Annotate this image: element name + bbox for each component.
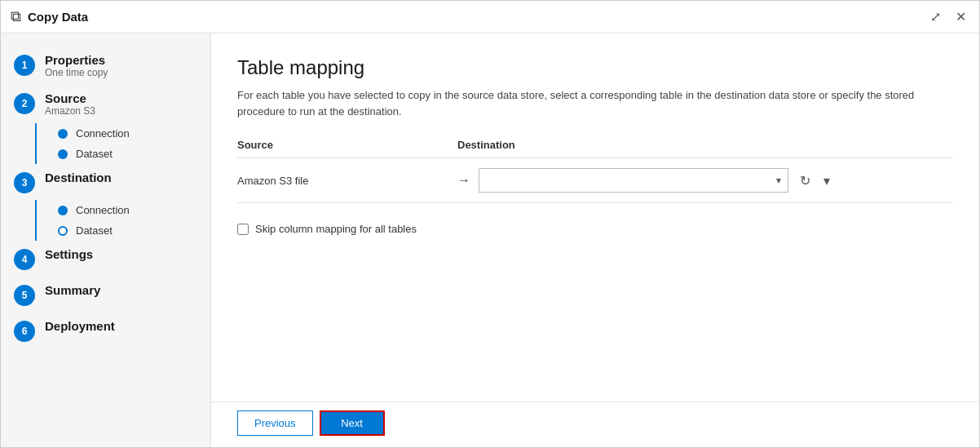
sidebar-item-properties[interactable]: 1 Properties One time copy [1, 47, 210, 85]
source-connector [35, 123, 37, 164]
skip-column-mapping-checkbox[interactable] [237, 224, 249, 235]
step-circle-6: 6 [14, 321, 35, 342]
next-button[interactable]: Next [320, 410, 385, 436]
source-connection-item[interactable]: Connection [45, 123, 210, 144]
step-2-info: Source Amazon S3 [45, 91, 95, 117]
step-5-info: Summary [45, 283, 100, 297]
destination-connection-circle [58, 206, 68, 215]
destination-connection-item[interactable]: Connection [45, 200, 210, 220]
destination-dataset-item[interactable]: Dataset [45, 220, 210, 241]
sidebar-item-settings[interactable]: 4 Settings [1, 241, 210, 277]
title-bar: ⧉ Copy Data ⤢ ✕ [1, 1, 979, 33]
close-button[interactable]: ✕ [952, 7, 969, 26]
step-2-name: Source [45, 91, 95, 105]
refresh-button[interactable]: ↻ [795, 171, 815, 190]
step-3-name: Destination [45, 171, 112, 184]
step-6-name: Deployment [45, 319, 115, 333]
main-window: ⧉ Copy Data ⤢ ✕ 1 Properties One time co… [0, 0, 980, 448]
sidebar-item-summary[interactable]: 5 Summary [1, 277, 210, 313]
sidebar-item-deployment[interactable]: 6 Deployment [1, 313, 210, 348]
step-2-sub: Amazon S3 [45, 105, 95, 117]
step-4-info: Settings [45, 247, 93, 261]
source-dataset-circle [58, 149, 68, 159]
step-1-name: Properties [45, 53, 108, 67]
destination-connector [35, 200, 37, 241]
mapping-row: Amazon S3 file → ▾ ↻ ▾ [237, 158, 953, 203]
destination-connection-label: Connection [76, 204, 130, 216]
source-file-label: Amazon S3 file [237, 175, 457, 187]
copy-data-icon: ⧉ [11, 8, 21, 25]
step-4-name: Settings [45, 247, 93, 261]
step-6-info: Deployment [45, 319, 115, 333]
step-circle-3: 3 [14, 172, 35, 193]
step-circle-1: 1 [14, 55, 35, 76]
mapping-header: Source Destination [237, 139, 953, 158]
page-title: Table mapping [237, 56, 953, 79]
destination-dataset-circle [58, 226, 68, 236]
source-connection-circle [58, 129, 68, 139]
step-circle-5: 5 [14, 285, 35, 306]
window-title: Copy Data [28, 10, 927, 24]
sidebar-item-destination[interactable]: 3 Destination [1, 164, 210, 200]
destination-sub-items: Connection Dataset [1, 200, 210, 241]
step-3-info: Destination [45, 171, 112, 184]
expand-button[interactable]: ⤢ [927, 7, 944, 26]
dropdown-arrow-icon: ▾ [776, 175, 781, 186]
step-1-info: Properties One time copy [45, 53, 108, 78]
source-dataset-label: Dataset [76, 148, 113, 160]
source-dataset-item[interactable]: Dataset [45, 144, 210, 164]
step-1-sub: One time copy [45, 67, 108, 78]
main-layout: 1 Properties One time copy 2 Source Amaz… [1, 33, 979, 447]
content-inner: Table mapping For each table you have se… [211, 33, 979, 401]
step-circle-4: 4 [14, 249, 35, 270]
source-connection-label: Connection [76, 127, 130, 140]
sidebar-item-source[interactable]: 2 Source Amazon S3 [1, 85, 210, 123]
skip-mapping-area: Skip column mapping for all tables [237, 223, 953, 235]
step-5-name: Summary [45, 283, 100, 297]
source-sub-items: Connection Dataset [1, 123, 210, 164]
page-description: For each table you have selected to copy… [237, 87, 947, 119]
footer-buttons: Previous Next [211, 401, 979, 447]
previous-button[interactable]: Previous [237, 410, 313, 436]
content-area: Table mapping For each table you have se… [211, 33, 979, 447]
expand-row-button[interactable]: ▾ [819, 171, 835, 190]
header-source: Source [237, 139, 457, 151]
window-controls: ⤢ ✕ [927, 7, 969, 26]
sidebar: 1 Properties One time copy 2 Source Amaz… [1, 33, 211, 447]
destination-dropdown[interactable]: ▾ [479, 168, 788, 193]
step-circle-2: 2 [14, 93, 35, 114]
arrow-icon: → [457, 173, 470, 188]
header-destination: Destination [457, 139, 515, 151]
skip-column-mapping-label[interactable]: Skip column mapping for all tables [255, 223, 417, 235]
destination-dataset-label: Dataset [76, 224, 113, 237]
